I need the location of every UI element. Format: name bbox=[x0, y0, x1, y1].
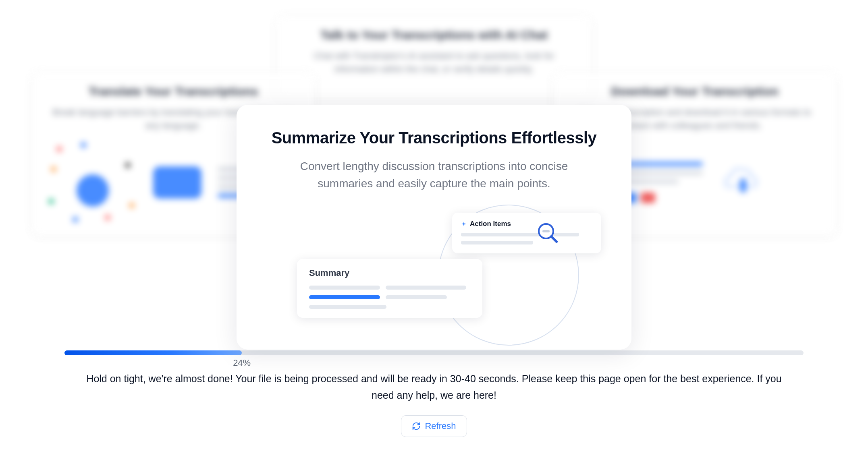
refresh-label: Refresh bbox=[425, 421, 456, 431]
progress-bar-fill bbox=[64, 350, 242, 355]
svg-rect-0 bbox=[740, 178, 746, 193]
action-items-label: Action Items bbox=[470, 220, 511, 228]
sparkle-icon bbox=[461, 221, 467, 227]
bg-card-ai-chat: Talk to Your Transcriptions with AI Chat… bbox=[277, 16, 591, 98]
processing-status-text: Hold on tight, we're almost done! Your f… bbox=[79, 371, 789, 404]
summary-card: Summary bbox=[297, 259, 482, 318]
refresh-icon bbox=[412, 422, 421, 431]
cloud-upload-icon bbox=[719, 162, 767, 203]
svg-line-3 bbox=[551, 236, 557, 242]
bg-card-title: Talk to Your Transcriptions with AI Chat bbox=[293, 28, 575, 42]
refresh-button[interactable]: Refresh bbox=[401, 415, 467, 437]
magnifier-icon bbox=[536, 222, 559, 244]
feature-carousel: Talk to Your Transcriptions with AI Chat… bbox=[0, 0, 868, 350]
action-items-card: Action Items bbox=[452, 213, 601, 253]
bg-card-desc: Chat with Transkriptor's AI assistant to… bbox=[293, 49, 575, 76]
svg-rect-2 bbox=[542, 230, 550, 232]
feature-title: Summarize Your Transcriptions Effortless… bbox=[259, 129, 609, 147]
summarize-illustration: Action Items Summary bbox=[259, 209, 609, 321]
feature-card-summarize: Summarize Your Transcriptions Effortless… bbox=[237, 105, 631, 350]
progress-section: 24% Hold on tight, we're almost done! Yo… bbox=[0, 350, 868, 437]
progress-percent-label: 24% bbox=[233, 358, 251, 368]
progress-bar: 24% bbox=[64, 350, 804, 355]
bg-card-title: Translate Your Transcriptions bbox=[48, 85, 298, 98]
summary-label: Summary bbox=[309, 268, 470, 278]
bg-card-title: Download Your Transcription bbox=[570, 85, 820, 98]
feature-description: Convert lengthy discussion transcription… bbox=[273, 157, 595, 193]
